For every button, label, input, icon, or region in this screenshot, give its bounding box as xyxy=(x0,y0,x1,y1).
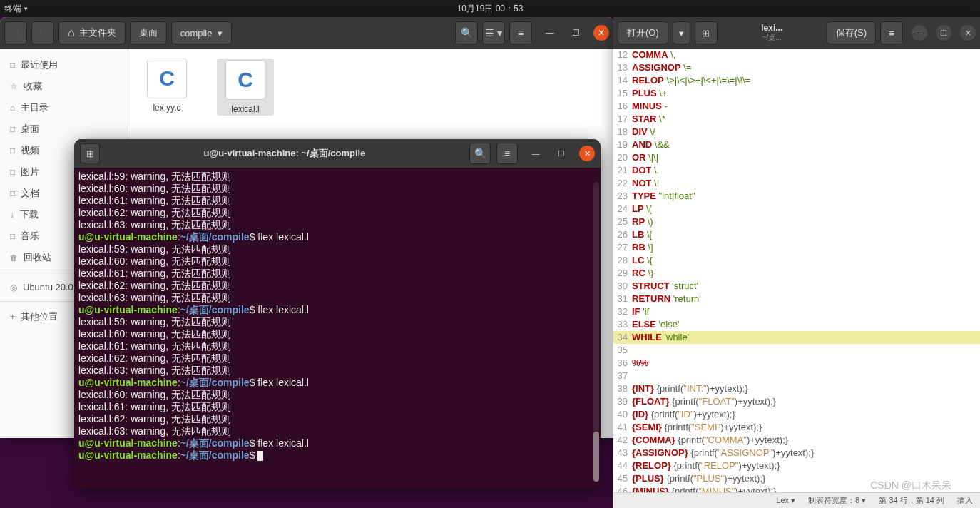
code-line[interactable]: 30STRUCT 'struct' xyxy=(613,280,980,293)
code-line[interactable]: 17STAR \* xyxy=(613,113,980,126)
nav-forward-button[interactable]: 〉 xyxy=(31,21,54,44)
nav-back-button[interactable]: 〈 xyxy=(4,21,27,44)
new-document-button[interactable]: ⊞ xyxy=(695,21,718,44)
gnome-top-panel: 终端 ▾ 10月19日 00：53 xyxy=(0,0,980,17)
code-line[interactable]: 38{INT} {printf("INT:")+yytext);} xyxy=(613,382,980,395)
status-mode: 插入 xyxy=(957,495,973,506)
sidebar-item-starred[interactable]: 收藏 xyxy=(0,76,128,97)
term-search-button[interactable]: 🔍 xyxy=(469,143,491,164)
minimize-button[interactable]: — xyxy=(528,146,543,161)
hamburger-menu-button[interactable]: ≡ xyxy=(880,21,903,44)
c-file-icon: C xyxy=(147,59,187,98)
view-toggle-button[interactable]: ☰ ▾ xyxy=(482,21,505,44)
panel-clock[interactable]: 10月19日 00：53 xyxy=(457,3,524,15)
sidebar-item-desktop[interactable]: 桌面 xyxy=(0,118,128,140)
code-line[interactable]: 39{FLOAT} {printf("FLOAT")+yytext);} xyxy=(613,395,980,408)
status-cursor: 第 34 行，第 14 列 xyxy=(879,495,944,506)
ged-statusbar: Lex ▾ 制表符宽度：8 ▾ 第 34 行，第 14 列 插入 xyxy=(613,492,980,508)
code-line[interactable]: 15PLUS \+ xyxy=(613,87,980,100)
term-headerbar: ⊞ u@u-virtual-machine: ~/桌面/compile 🔍 ≡ … xyxy=(74,139,601,168)
terminal-output[interactable]: lexical.l:59: warning, 无法匹配规则lexical.l:6… xyxy=(74,168,601,489)
hamburger-menu-button[interactable]: ≡ xyxy=(509,21,532,44)
code-line[interactable]: 27RB \] xyxy=(613,241,980,254)
code-line[interactable]: 40{ID} {printf("ID")+yytext);} xyxy=(613,408,980,421)
c-file-icon: C xyxy=(225,60,265,100)
terminal-window: ⊞ u@u-virtual-machine: ~/桌面/compile 🔍 ≡ … xyxy=(74,139,601,489)
code-line[interactable]: 24LP \( xyxy=(613,203,980,215)
save-button[interactable]: 保存(S) xyxy=(827,21,876,44)
code-line[interactable]: 34WHILE 'while' xyxy=(613,331,980,344)
maximize-button[interactable]: ☐ xyxy=(568,25,583,41)
file-label: lexical.l xyxy=(218,104,272,114)
code-line[interactable]: 43{ASSIGNOP} {printf("ASSIGNOP")+yytext)… xyxy=(613,447,980,459)
status-lang[interactable]: Lex ▾ xyxy=(776,496,795,505)
code-line[interactable]: 21DOT \. xyxy=(613,164,980,177)
maximize-button[interactable]: ☐ xyxy=(936,25,951,41)
file-item[interactable]: C lex.yy.c xyxy=(138,59,195,113)
new-tab-button[interactable]: ⊞ xyxy=(80,143,100,163)
code-line[interactable]: 41{SEMI} {printf("SEMI")+yytext);} xyxy=(613,421,980,434)
close-button[interactable]: ✕ xyxy=(960,25,976,41)
code-line[interactable]: 18DIV \/ xyxy=(613,126,980,138)
ged-headerbar: 打开(O) ▾ ⊞ lexi... ~/桌... 保存(S) ≡ — ☐ ✕ xyxy=(613,17,980,49)
watermark: CSDN @口木呆呆 xyxy=(870,479,951,492)
scrollbar-thumb[interactable] xyxy=(593,432,599,482)
maximize-button[interactable]: ☐ xyxy=(553,146,569,161)
sidebar-item-home[interactable]: 主目录 xyxy=(0,97,128,118)
code-line[interactable]: 28LC \{ xyxy=(613,254,980,267)
open-recent-button[interactable]: ▾ xyxy=(673,21,690,44)
search-button[interactable]: 🔍 xyxy=(455,21,478,44)
code-line[interactable]: 36%% xyxy=(613,357,980,370)
code-line[interactable]: 20OR \|\| xyxy=(613,151,980,164)
code-line[interactable]: 14RELOP \>|\<|\>+|\<+|\=\=|\!\= xyxy=(613,74,980,87)
breadcrumb-compile[interactable]: compile ▾ xyxy=(171,21,232,44)
minimize-button[interactable]: — xyxy=(542,25,558,41)
code-line[interactable]: 35 xyxy=(613,344,980,357)
file-item-selected[interactable]: C lexical.l xyxy=(217,59,274,116)
status-tabwidth[interactable]: 制表符宽度：8 ▾ xyxy=(808,495,866,506)
code-line[interactable]: 13ASSIGNOP \= xyxy=(613,61,980,74)
code-line[interactable]: 22NOT \! xyxy=(613,177,980,190)
code-line[interactable]: 29RC \} xyxy=(613,267,980,280)
code-line[interactable]: 26LB \[ xyxy=(613,228,980,241)
breadcrumb-home[interactable]: 主文件夹 xyxy=(58,21,126,44)
code-line[interactable]: 33ELSE 'else' xyxy=(613,318,980,331)
code-line[interactable]: 42{COMMA} {printf("COMMA")+yytext);} xyxy=(613,434,980,447)
term-menu-button[interactable]: ≡ xyxy=(496,143,518,164)
fm-headerbar: 〈 〉 主文件夹 桌面 compile ▾ 🔍 ☰ ▾ ≡ — ☐ ✕ xyxy=(0,17,613,49)
breadcrumb-desktop[interactable]: 桌面 xyxy=(130,21,167,44)
code-line[interactable]: 16MINUS - xyxy=(613,100,980,113)
open-button[interactable]: 打开(O) xyxy=(618,21,668,44)
close-button[interactable]: ✕ xyxy=(579,146,595,161)
file-label: lex.yy.c xyxy=(138,103,195,113)
term-title: u@u-virtual-machine: ~/桌面/compile xyxy=(106,147,464,160)
code-line[interactable]: 32IF 'if' xyxy=(613,305,980,318)
code-line[interactable]: 44{RELOP} {printf("RELOP")+yytext);} xyxy=(613,459,980,472)
close-button[interactable]: ✕ xyxy=(593,25,609,41)
minimize-button[interactable]: — xyxy=(912,25,927,41)
code-line[interactable]: 31RETURN 'return' xyxy=(613,293,980,305)
code-line[interactable]: 37 xyxy=(613,370,980,382)
code-line[interactable]: 25RP \) xyxy=(613,215,980,228)
editor-area[interactable]: 12COMMA \,13ASSIGNOP \=14RELOP \>|\<|\>+… xyxy=(613,49,980,492)
code-line[interactable]: 19AND \&& xyxy=(613,138,980,151)
scrollbar[interactable] xyxy=(593,182,599,482)
ged-title: lexi... ~/桌... xyxy=(722,23,822,43)
panel-app-menu-icon[interactable]: ▾ xyxy=(24,5,28,12)
panel-app-name: 终端 xyxy=(4,3,21,15)
code-line[interactable]: 23TYPE "int|float" xyxy=(613,190,980,203)
gedit-window: 打开(O) ▾ ⊞ lexi... ~/桌... 保存(S) ≡ — ☐ ✕ 1… xyxy=(613,17,980,508)
sidebar-item-recent[interactable]: 最近使用 xyxy=(0,54,128,76)
code-line[interactable]: 12COMMA \, xyxy=(613,49,980,61)
